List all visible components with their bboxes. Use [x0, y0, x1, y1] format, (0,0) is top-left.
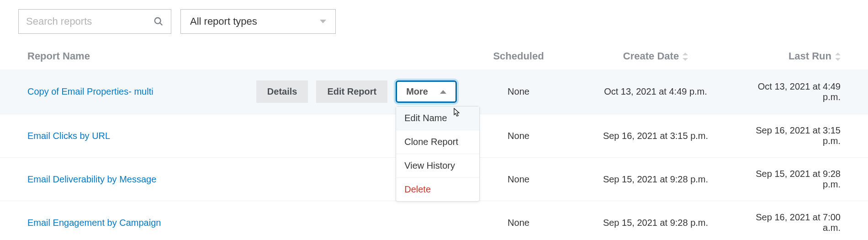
cell-scheduled: None — [480, 86, 557, 97]
sort-icon — [683, 53, 688, 61]
cell-scheduled: None — [480, 218, 557, 228]
reports-table: Report Name Scheduled Create Date Last R… — [0, 43, 868, 240]
column-header-name[interactable]: Report Name — [27, 50, 251, 62]
report-name-link[interactable]: Email Engagement by Campaign — [27, 218, 251, 228]
search-input-container[interactable] — [18, 9, 171, 34]
report-name-link[interactable]: Email Deliverability by Message — [27, 174, 251, 185]
cell-scheduled: None — [480, 131, 557, 141]
cell-lastrun: Sep 16, 2021 at 7:00 a.m. — [754, 212, 841, 233]
cell-created: Sep 15, 2021 at 9:28 p.m. — [557, 174, 754, 185]
report-name-link[interactable]: Email Clicks by URL — [27, 131, 251, 141]
cell-created: Oct 13, 2021 at 4:49 p.m. — [557, 86, 754, 97]
cell-lastrun: Sep 16, 2021 at 3:15 p.m. — [754, 125, 841, 146]
column-header-lastrun[interactable]: Last Run — [754, 50, 841, 62]
details-button[interactable]: Details — [256, 80, 308, 103]
menu-item-edit-name[interactable]: Edit Name — [396, 107, 479, 130]
svg-point-0 — [155, 18, 161, 24]
more-button[interactable]: More — [396, 80, 457, 103]
cell-created: Sep 15, 2021 at 9:28 p.m. — [557, 218, 754, 228]
cell-scheduled: None — [480, 174, 557, 185]
edit-report-button[interactable]: Edit Report — [316, 80, 387, 103]
menu-item-clone-report[interactable]: Clone Report — [396, 130, 479, 154]
chevron-down-icon — [320, 20, 326, 23]
table-row: Email Engagement by Campaign None Sep 15… — [0, 201, 868, 240]
more-button-label: More — [406, 86, 428, 97]
svg-line-1 — [160, 23, 163, 26]
cell-created: Sep 16, 2021 at 3:15 p.m. — [557, 131, 754, 141]
report-name-link[interactable]: Copy of Email Properties- multi — [27, 86, 251, 97]
search-input[interactable] — [26, 16, 153, 27]
sort-icon — [835, 53, 841, 61]
report-type-selected: All report types — [190, 16, 257, 27]
cell-lastrun: Oct 13, 2021 at 4:49 p.m. — [754, 81, 841, 102]
report-type-select[interactable]: All report types — [180, 9, 336, 34]
cell-lastrun: Sep 15, 2021 at 9:28 p.m. — [754, 169, 841, 190]
search-icon — [153, 16, 164, 27]
more-dropdown: Edit Name Clone Report View History Dele… — [396, 106, 480, 202]
table-header: Report Name Scheduled Create Date Last R… — [0, 43, 868, 69]
menu-item-delete[interactable]: Delete — [396, 178, 479, 201]
table-row: Copy of Email Properties- multi Details … — [0, 69, 868, 114]
menu-item-view-history[interactable]: View History — [396, 154, 479, 178]
column-header-actions — [251, 50, 480, 62]
column-header-created[interactable]: Create Date — [557, 50, 754, 62]
chevron-up-icon — [440, 90, 446, 94]
column-header-scheduled[interactable]: Scheduled — [480, 50, 557, 62]
